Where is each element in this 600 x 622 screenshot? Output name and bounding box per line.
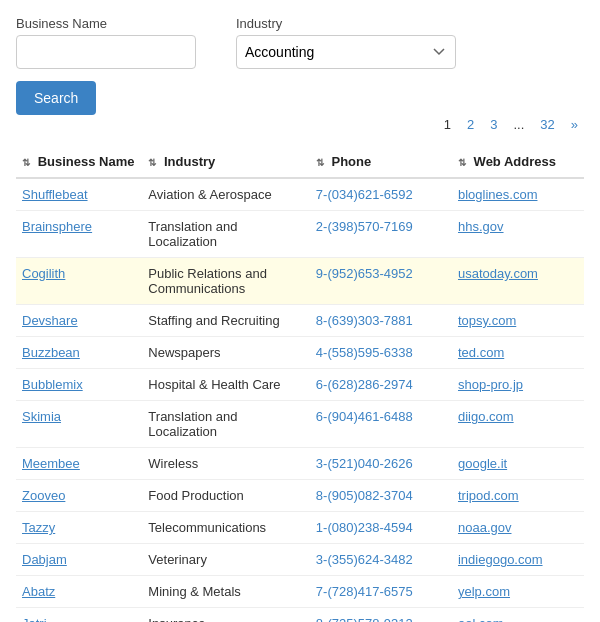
phone-link[interactable]: 1-(080)238-4594 bbox=[316, 520, 413, 535]
cell-web: diigo.com bbox=[452, 401, 584, 448]
business-name-link[interactable]: Zooveo bbox=[22, 488, 65, 503]
table-row: ShufflebeatAviation & Aerospace7-(034)62… bbox=[16, 178, 584, 211]
phone-link[interactable]: 8-(725)578-9312 bbox=[316, 616, 413, 622]
business-name-link[interactable]: Buzzbean bbox=[22, 345, 80, 360]
business-name-link[interactable]: Tazzy bbox=[22, 520, 55, 535]
cell-name: Shufflebeat bbox=[16, 178, 142, 211]
cell-name: Meembee bbox=[16, 448, 142, 480]
business-name-link[interactable]: Meembee bbox=[22, 456, 80, 471]
cell-web: bloglines.com bbox=[452, 178, 584, 211]
cell-industry: Newspapers bbox=[142, 337, 310, 369]
phone-link[interactable]: 3-(355)624-3482 bbox=[316, 552, 413, 567]
table-row: AbatzMining & Metals7-(728)417-6575yelp.… bbox=[16, 576, 584, 608]
web-link[interactable]: google.it bbox=[458, 456, 507, 471]
business-name-link[interactable]: Cogilith bbox=[22, 266, 65, 281]
table-header-row: ⇅ Business Name ⇅ Industry ⇅ Phone ⇅ Web… bbox=[16, 146, 584, 178]
web-link[interactable]: aol.com bbox=[458, 616, 504, 622]
page-32[interactable]: 32 bbox=[534, 115, 560, 134]
cell-web: google.it bbox=[452, 448, 584, 480]
business-name-link[interactable]: Dabjam bbox=[22, 552, 67, 567]
cell-industry: Translation and Localization bbox=[142, 401, 310, 448]
form-row: Business Name Industry Accounting Aviati… bbox=[16, 16, 584, 69]
phone-link[interactable]: 9-(952)653-4952 bbox=[316, 266, 413, 281]
cell-name: Buzzbean bbox=[16, 337, 142, 369]
cell-web: ted.com bbox=[452, 337, 584, 369]
web-link[interactable]: shop-pro.jp bbox=[458, 377, 523, 392]
business-name-link[interactable]: Skimia bbox=[22, 409, 61, 424]
col-header-industry[interactable]: ⇅ Industry bbox=[142, 146, 310, 178]
web-link[interactable]: topsy.com bbox=[458, 313, 516, 328]
cell-industry: Public Relations and Communications bbox=[142, 258, 310, 305]
phone-link[interactable]: 8-(905)082-3704 bbox=[316, 488, 413, 503]
col-header-phone[interactable]: ⇅ Phone bbox=[310, 146, 452, 178]
web-link[interactable]: diigo.com bbox=[458, 409, 514, 424]
sort-industry-icon: ⇅ bbox=[148, 157, 156, 168]
business-name-link[interactable]: Bubblemix bbox=[22, 377, 83, 392]
cell-industry: Mining & Metals bbox=[142, 576, 310, 608]
phone-link[interactable]: 8-(639)303-7881 bbox=[316, 313, 413, 328]
sort-name-icon: ⇅ bbox=[22, 157, 30, 168]
page-3[interactable]: 3 bbox=[484, 115, 503, 134]
cell-industry: Hospital & Health Care bbox=[142, 369, 310, 401]
web-link[interactable]: ted.com bbox=[458, 345, 504, 360]
page-1[interactable]: 1 bbox=[438, 115, 457, 134]
cell-name: Cogilith bbox=[16, 258, 142, 305]
col-header-name[interactable]: ⇅ Business Name bbox=[16, 146, 142, 178]
sort-web-icon: ⇅ bbox=[458, 157, 466, 168]
cell-phone: 6-(904)461-6488 bbox=[310, 401, 452, 448]
web-link[interactable]: noaa.gov bbox=[458, 520, 512, 535]
web-link[interactable]: tripod.com bbox=[458, 488, 519, 503]
table-row: ZooveoFood Production8-(905)082-3704trip… bbox=[16, 480, 584, 512]
phone-link[interactable]: 4-(558)595-6338 bbox=[316, 345, 413, 360]
cell-industry: Insurance bbox=[142, 608, 310, 623]
cell-phone: 1-(080)238-4594 bbox=[310, 512, 452, 544]
industry-group: Industry Accounting Aviation & Aerospace… bbox=[236, 16, 456, 69]
cell-name: Devshare bbox=[16, 305, 142, 337]
business-name-link[interactable]: Devshare bbox=[22, 313, 78, 328]
phone-link[interactable]: 7-(034)621-6592 bbox=[316, 187, 413, 202]
web-link[interactable]: yelp.com bbox=[458, 584, 510, 599]
next-page[interactable]: » bbox=[565, 115, 584, 134]
table-row: TazzyTelecommunications1-(080)238-4594no… bbox=[16, 512, 584, 544]
industry-select[interactable]: Accounting Aviation & Aerospace Translat… bbox=[236, 35, 456, 69]
web-link[interactable]: hhs.gov bbox=[458, 219, 504, 234]
table-row: DabjamVeterinary3-(355)624-3482indiegogo… bbox=[16, 544, 584, 576]
web-link[interactable]: bloglines.com bbox=[458, 187, 538, 202]
cell-industry: Veterinary bbox=[142, 544, 310, 576]
phone-link[interactable]: 7-(728)417-6575 bbox=[316, 584, 413, 599]
cell-name: Jatri bbox=[16, 608, 142, 623]
cell-industry: Translation and Localization bbox=[142, 211, 310, 258]
cell-web: yelp.com bbox=[452, 576, 584, 608]
cell-phone: 8-(905)082-3704 bbox=[310, 480, 452, 512]
results-table: ⇅ Business Name ⇅ Industry ⇅ Phone ⇅ Web… bbox=[16, 146, 584, 622]
business-name-label: Business Name bbox=[16, 16, 196, 31]
cell-web: usatoday.com bbox=[452, 258, 584, 305]
cell-phone: 8-(639)303-7881 bbox=[310, 305, 452, 337]
business-name-input[interactable] bbox=[16, 35, 196, 69]
business-name-link[interactable]: Shufflebeat bbox=[22, 187, 88, 202]
search-button[interactable]: Search bbox=[16, 81, 96, 115]
table-row: CogilithPublic Relations and Communicati… bbox=[16, 258, 584, 305]
page-2[interactable]: 2 bbox=[461, 115, 480, 134]
col-header-web[interactable]: ⇅ Web Address bbox=[452, 146, 584, 178]
cell-name: Abatz bbox=[16, 576, 142, 608]
web-link[interactable]: indiegogo.com bbox=[458, 552, 543, 567]
cell-phone: 2-(398)570-7169 bbox=[310, 211, 452, 258]
cell-name: Bubblemix bbox=[16, 369, 142, 401]
cell-phone: 3-(521)040-2626 bbox=[310, 448, 452, 480]
phone-link[interactable]: 6-(904)461-6488 bbox=[316, 409, 413, 424]
cell-phone: 6-(628)286-2974 bbox=[310, 369, 452, 401]
cell-phone: 7-(728)417-6575 bbox=[310, 576, 452, 608]
business-name-group: Business Name bbox=[16, 16, 196, 69]
pagination: 1 2 3 ... 32 » bbox=[16, 115, 584, 134]
business-name-link[interactable]: Jatri bbox=[22, 616, 47, 622]
cell-web: hhs.gov bbox=[452, 211, 584, 258]
phone-link[interactable]: 3-(521)040-2626 bbox=[316, 456, 413, 471]
cell-industry: Telecommunications bbox=[142, 512, 310, 544]
business-name-link[interactable]: Abatz bbox=[22, 584, 55, 599]
phone-link[interactable]: 6-(628)286-2974 bbox=[316, 377, 413, 392]
table-row: JatriInsurance8-(725)578-9312aol.com bbox=[16, 608, 584, 623]
phone-link[interactable]: 2-(398)570-7169 bbox=[316, 219, 413, 234]
web-link[interactable]: usatoday.com bbox=[458, 266, 538, 281]
business-name-link[interactable]: Brainsphere bbox=[22, 219, 92, 234]
